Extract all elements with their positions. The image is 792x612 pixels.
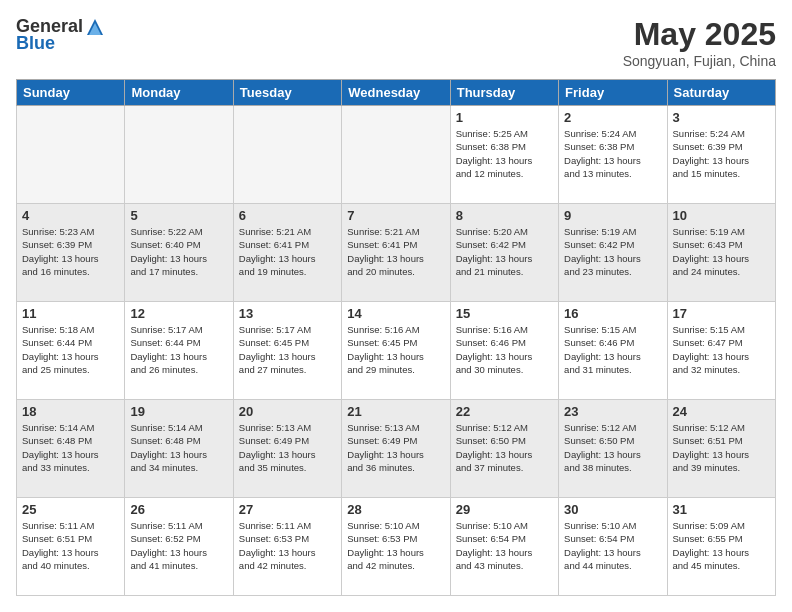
table-row: 4Sunrise: 5:23 AM Sunset: 6:39 PM Daylig… [17, 204, 125, 302]
day-number: 27 [239, 502, 336, 517]
day-info: Sunrise: 5:24 AM Sunset: 6:38 PM Dayligh… [564, 127, 661, 180]
table-row: 17Sunrise: 5:15 AM Sunset: 6:47 PM Dayli… [667, 302, 775, 400]
table-row: 19Sunrise: 5:14 AM Sunset: 6:48 PM Dayli… [125, 400, 233, 498]
day-info: Sunrise: 5:25 AM Sunset: 6:38 PM Dayligh… [456, 127, 553, 180]
col-sunday: Sunday [17, 80, 125, 106]
day-number: 21 [347, 404, 444, 419]
day-info: Sunrise: 5:10 AM Sunset: 6:54 PM Dayligh… [456, 519, 553, 572]
col-monday: Monday [125, 80, 233, 106]
month-title: May 2025 [623, 16, 776, 53]
day-info: Sunrise: 5:10 AM Sunset: 6:53 PM Dayligh… [347, 519, 444, 572]
table-row: 15Sunrise: 5:16 AM Sunset: 6:46 PM Dayli… [450, 302, 558, 400]
table-row [233, 106, 341, 204]
day-info: Sunrise: 5:13 AM Sunset: 6:49 PM Dayligh… [239, 421, 336, 474]
day-number: 16 [564, 306, 661, 321]
calendar-week-row: 4Sunrise: 5:23 AM Sunset: 6:39 PM Daylig… [17, 204, 776, 302]
day-number: 28 [347, 502, 444, 517]
calendar-page: General Blue May 2025 Songyuan, Fujian, … [0, 0, 792, 612]
table-row: 24Sunrise: 5:12 AM Sunset: 6:51 PM Dayli… [667, 400, 775, 498]
col-friday: Friday [559, 80, 667, 106]
col-thursday: Thursday [450, 80, 558, 106]
day-number: 12 [130, 306, 227, 321]
day-info: Sunrise: 5:20 AM Sunset: 6:42 PM Dayligh… [456, 225, 553, 278]
title-block: May 2025 Songyuan, Fujian, China [623, 16, 776, 69]
day-info: Sunrise: 5:15 AM Sunset: 6:47 PM Dayligh… [673, 323, 770, 376]
day-number: 26 [130, 502, 227, 517]
table-row: 20Sunrise: 5:13 AM Sunset: 6:49 PM Dayli… [233, 400, 341, 498]
table-row: 30Sunrise: 5:10 AM Sunset: 6:54 PM Dayli… [559, 498, 667, 596]
day-number: 8 [456, 208, 553, 223]
day-info: Sunrise: 5:16 AM Sunset: 6:46 PM Dayligh… [456, 323, 553, 376]
table-row [125, 106, 233, 204]
calendar-week-row: 1Sunrise: 5:25 AM Sunset: 6:38 PM Daylig… [17, 106, 776, 204]
table-row: 25Sunrise: 5:11 AM Sunset: 6:51 PM Dayli… [17, 498, 125, 596]
table-row: 18Sunrise: 5:14 AM Sunset: 6:48 PM Dayli… [17, 400, 125, 498]
day-info: Sunrise: 5:10 AM Sunset: 6:54 PM Dayligh… [564, 519, 661, 572]
location-subtitle: Songyuan, Fujian, China [623, 53, 776, 69]
day-number: 17 [673, 306, 770, 321]
day-info: Sunrise: 5:16 AM Sunset: 6:45 PM Dayligh… [347, 323, 444, 376]
table-row: 14Sunrise: 5:16 AM Sunset: 6:45 PM Dayli… [342, 302, 450, 400]
day-info: Sunrise: 5:13 AM Sunset: 6:49 PM Dayligh… [347, 421, 444, 474]
day-number: 30 [564, 502, 661, 517]
calendar-table: Sunday Monday Tuesday Wednesday Thursday… [16, 79, 776, 596]
day-number: 23 [564, 404, 661, 419]
table-row: 23Sunrise: 5:12 AM Sunset: 6:50 PM Dayli… [559, 400, 667, 498]
day-number: 10 [673, 208, 770, 223]
day-info: Sunrise: 5:23 AM Sunset: 6:39 PM Dayligh… [22, 225, 119, 278]
table-row: 31Sunrise: 5:09 AM Sunset: 6:55 PM Dayli… [667, 498, 775, 596]
day-number: 18 [22, 404, 119, 419]
day-info: Sunrise: 5:21 AM Sunset: 6:41 PM Dayligh… [347, 225, 444, 278]
day-info: Sunrise: 5:24 AM Sunset: 6:39 PM Dayligh… [673, 127, 770, 180]
col-saturday: Saturday [667, 80, 775, 106]
calendar-week-row: 18Sunrise: 5:14 AM Sunset: 6:48 PM Dayli… [17, 400, 776, 498]
day-number: 1 [456, 110, 553, 125]
day-info: Sunrise: 5:18 AM Sunset: 6:44 PM Dayligh… [22, 323, 119, 376]
day-number: 6 [239, 208, 336, 223]
day-info: Sunrise: 5:21 AM Sunset: 6:41 PM Dayligh… [239, 225, 336, 278]
table-row: 8Sunrise: 5:20 AM Sunset: 6:42 PM Daylig… [450, 204, 558, 302]
table-row: 6Sunrise: 5:21 AM Sunset: 6:41 PM Daylig… [233, 204, 341, 302]
day-number: 13 [239, 306, 336, 321]
table-row [17, 106, 125, 204]
day-number: 20 [239, 404, 336, 419]
table-row: 27Sunrise: 5:11 AM Sunset: 6:53 PM Dayli… [233, 498, 341, 596]
table-row: 13Sunrise: 5:17 AM Sunset: 6:45 PM Dayli… [233, 302, 341, 400]
day-number: 3 [673, 110, 770, 125]
day-number: 24 [673, 404, 770, 419]
day-number: 11 [22, 306, 119, 321]
day-info: Sunrise: 5:22 AM Sunset: 6:40 PM Dayligh… [130, 225, 227, 278]
day-info: Sunrise: 5:12 AM Sunset: 6:50 PM Dayligh… [456, 421, 553, 474]
header: General Blue May 2025 Songyuan, Fujian, … [16, 16, 776, 69]
day-info: Sunrise: 5:17 AM Sunset: 6:45 PM Dayligh… [239, 323, 336, 376]
table-row: 26Sunrise: 5:11 AM Sunset: 6:52 PM Dayli… [125, 498, 233, 596]
day-info: Sunrise: 5:19 AM Sunset: 6:42 PM Dayligh… [564, 225, 661, 278]
table-row: 1Sunrise: 5:25 AM Sunset: 6:38 PM Daylig… [450, 106, 558, 204]
logo-blue: Blue [16, 33, 55, 54]
col-wednesday: Wednesday [342, 80, 450, 106]
table-row: 5Sunrise: 5:22 AM Sunset: 6:40 PM Daylig… [125, 204, 233, 302]
day-info: Sunrise: 5:11 AM Sunset: 6:52 PM Dayligh… [130, 519, 227, 572]
table-row: 12Sunrise: 5:17 AM Sunset: 6:44 PM Dayli… [125, 302, 233, 400]
table-row: 9Sunrise: 5:19 AM Sunset: 6:42 PM Daylig… [559, 204, 667, 302]
table-row: 3Sunrise: 5:24 AM Sunset: 6:39 PM Daylig… [667, 106, 775, 204]
logo-icon [85, 17, 105, 37]
day-info: Sunrise: 5:14 AM Sunset: 6:48 PM Dayligh… [130, 421, 227, 474]
table-row: 29Sunrise: 5:10 AM Sunset: 6:54 PM Dayli… [450, 498, 558, 596]
day-info: Sunrise: 5:17 AM Sunset: 6:44 PM Dayligh… [130, 323, 227, 376]
day-info: Sunrise: 5:11 AM Sunset: 6:51 PM Dayligh… [22, 519, 119, 572]
day-number: 19 [130, 404, 227, 419]
day-number: 5 [130, 208, 227, 223]
table-row: 10Sunrise: 5:19 AM Sunset: 6:43 PM Dayli… [667, 204, 775, 302]
day-number: 14 [347, 306, 444, 321]
day-info: Sunrise: 5:19 AM Sunset: 6:43 PM Dayligh… [673, 225, 770, 278]
day-number: 2 [564, 110, 661, 125]
table-row: 28Sunrise: 5:10 AM Sunset: 6:53 PM Dayli… [342, 498, 450, 596]
day-info: Sunrise: 5:12 AM Sunset: 6:51 PM Dayligh… [673, 421, 770, 474]
day-number: 9 [564, 208, 661, 223]
day-info: Sunrise: 5:11 AM Sunset: 6:53 PM Dayligh… [239, 519, 336, 572]
day-info: Sunrise: 5:09 AM Sunset: 6:55 PM Dayligh… [673, 519, 770, 572]
logo: General Blue [16, 16, 105, 54]
day-number: 22 [456, 404, 553, 419]
table-row [342, 106, 450, 204]
